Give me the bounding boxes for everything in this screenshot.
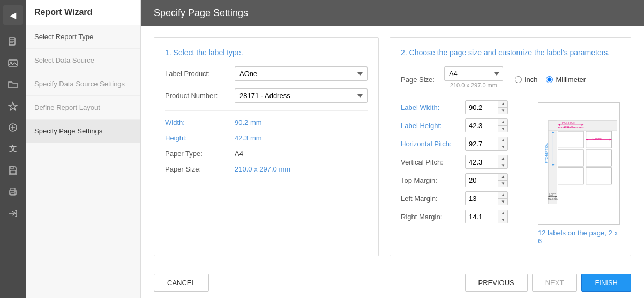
step-select-data-source: Select Data Source [26, 49, 140, 72]
h-pitch-down[interactable]: ▼ [498, 144, 508, 150]
svg-rect-22 [558, 168, 584, 184]
label-width-spinner[interactable]: ▲ ▼ [465, 100, 508, 114]
horizontal-pitch-row: Horizontal Pitch: ▲ ▼ [401, 137, 529, 151]
horizontal-pitch-spinner[interactable]: ▲ ▼ [465, 137, 508, 151]
step-specify-page-settings[interactable]: Specify Page Settings [26, 120, 140, 143]
left-panel: 1. Select the label type. Label Product:… [154, 37, 379, 256]
vertical-pitch-spinner[interactable]: ▲ ▼ [465, 155, 508, 169]
label-height-spinner[interactable]: ▲ ▼ [465, 118, 508, 132]
sidebar-icon-new-report[interactable] [3, 32, 23, 51]
mm-radio-input[interactable] [546, 76, 553, 83]
footer: CANCEL PREVIOUS NEXT FINISH [141, 267, 644, 298]
cancel-button[interactable]: CANCEL [154, 274, 209, 292]
top-margin-row: Top Margin: ▲ ▼ [401, 173, 529, 187]
right-top-controls: Page Size: A4 Letter Legal 210.0 x 297.0… [401, 66, 620, 93]
label-width-spin-btns: ▲ ▼ [498, 101, 508, 114]
left-margin-spin-btns: ▲ ▼ [498, 192, 508, 205]
vertical-pitch-label: Vertical Pitch: [401, 158, 465, 166]
step-select-report-type[interactable]: Select Report Type [26, 25, 140, 49]
label-width-up[interactable]: ▲ [498, 101, 508, 107]
label-height-input[interactable] [466, 120, 498, 132]
text-icon: 文 [9, 144, 17, 154]
unit-mm-radio[interactable]: Millimeter [546, 76, 586, 84]
top-margin-input[interactable] [466, 174, 498, 187]
vertical-pitch-row: Vertical Pitch: ▲ ▼ [401, 155, 529, 169]
step-specify-data-source-settings: Specify Data Source Settings [26, 72, 140, 96]
product-number-label: Product Number: [165, 92, 235, 100]
svg-text:PITCH: PITCH [564, 125, 573, 129]
inch-radio-input[interactable] [515, 76, 522, 83]
left-margin-label: Left Margin: [401, 195, 465, 203]
paper-size-value: 210.0 x 297.0 mm [235, 165, 290, 173]
label-height-down[interactable]: ▼ [498, 125, 508, 132]
label-height-row: Label Height: ▲ ▼ [401, 118, 529, 132]
page-size-dimensions: 210.0 x 297.0 mm [444, 82, 503, 88]
labels-count: 12 labels on the page, 2 x 6 [538, 229, 620, 245]
label-width-label: Label Width: [401, 103, 465, 111]
v-pitch-down[interactable]: ▼ [498, 162, 508, 168]
previous-button[interactable]: PREVIOUS [465, 274, 528, 292]
right-margin-down[interactable]: ▼ [498, 217, 508, 223]
right-margin-input[interactable] [466, 211, 498, 223]
top-margin-down[interactable]: ▼ [498, 180, 508, 187]
svg-rect-4 [9, 60, 17, 66]
vertical-pitch-input[interactable] [466, 156, 498, 168]
svg-marker-6 [9, 102, 17, 110]
sidebar-icon-folder[interactable] [3, 75, 23, 94]
sidebar-icon-star[interactable] [3, 96, 23, 116]
label-product-row: Label Product: AOne [165, 66, 368, 81]
step-define-report-layout: Define Report Layout [26, 96, 140, 120]
mm-label: Millimeter [556, 76, 586, 84]
top-margin-up[interactable]: ▲ [498, 174, 508, 180]
label-width-input[interactable] [466, 101, 498, 114]
add-icon [8, 123, 18, 132]
sidebar-icons-panel: ◀ 文 [0, 0, 26, 298]
sidebar-icon-save[interactable] [3, 161, 23, 180]
main-body: 1. Select the label type. Label Product:… [141, 26, 644, 298]
sidebar-icon-image[interactable] [3, 54, 23, 73]
label-width-down[interactable]: ▼ [498, 107, 508, 114]
params-column: Label Width: ▲ ▼ Label Height: [401, 100, 529, 245]
main-content: Specify Page Settings 1. Select the labe… [141, 0, 644, 298]
paper-size-row: Paper Size: 210.0 x 297.0 mm [165, 165, 368, 173]
page-size-select[interactable]: A4 Letter Legal [444, 66, 503, 81]
sidebar-icon-text[interactable]: 文 [3, 139, 23, 159]
content-area: 1. Select the label type. Label Product:… [141, 26, 644, 267]
sidebar-icon-add[interactable] [3, 118, 23, 137]
preview-svg: HORIZON PITCH WIDTH [538, 103, 619, 224]
label-preview-diagram: HORIZON PITCH WIDTH [538, 102, 620, 225]
left-margin-down[interactable]: ▼ [498, 198, 508, 205]
v-pitch-up[interactable]: ▲ [498, 155, 508, 162]
svg-rect-21 [586, 150, 612, 166]
unit-inch-radio[interactable]: Inch [515, 76, 538, 84]
right-margin-spinner[interactable]: ▲ ▼ [465, 210, 508, 224]
sidebar-icon-export[interactable] [3, 204, 23, 223]
left-margin-spinner[interactable]: ▲ ▼ [465, 191, 508, 205]
label-height-up[interactable]: ▲ [498, 119, 508, 125]
footer-left: CANCEL [154, 274, 209, 292]
svg-text:LEFT: LEFT [549, 193, 556, 196]
back-button[interactable]: ◀ [3, 5, 23, 25]
svg-rect-20 [558, 150, 584, 166]
h-pitch-up[interactable]: ▲ [498, 137, 508, 144]
page-size-label: Page Size: [401, 76, 435, 84]
label-product-select[interactable]: AOne [235, 66, 368, 81]
left-panel-title: 1. Select the label type. [165, 48, 368, 57]
top-margin-spinner[interactable]: ▲ ▼ [465, 173, 508, 187]
width-value: 90.2 mm [235, 118, 262, 126]
next-button[interactable]: NEXT [532, 274, 578, 292]
paper-type-label: Paper Type: [165, 150, 235, 158]
paper-type-row: Paper Type: A4 [165, 150, 368, 158]
left-margin-up[interactable]: ▲ [498, 192, 508, 198]
svg-point-5 [10, 62, 12, 63]
horizontal-pitch-input[interactable] [466, 138, 498, 150]
sidebar-icon-print[interactable] [3, 182, 23, 202]
top-margin-label: Top Margin: [401, 176, 465, 184]
product-number-select[interactable]: 28171 - Address [235, 88, 368, 103]
finish-button[interactable]: FINISH [581, 274, 631, 292]
page-size-select-wrap: A4 Letter Legal [444, 66, 503, 81]
back-icon: ◀ [10, 10, 16, 20]
right-margin-up[interactable]: ▲ [498, 210, 508, 217]
page-title: Specify Page Settings [154, 8, 248, 18]
left-margin-input[interactable] [466, 192, 498, 205]
